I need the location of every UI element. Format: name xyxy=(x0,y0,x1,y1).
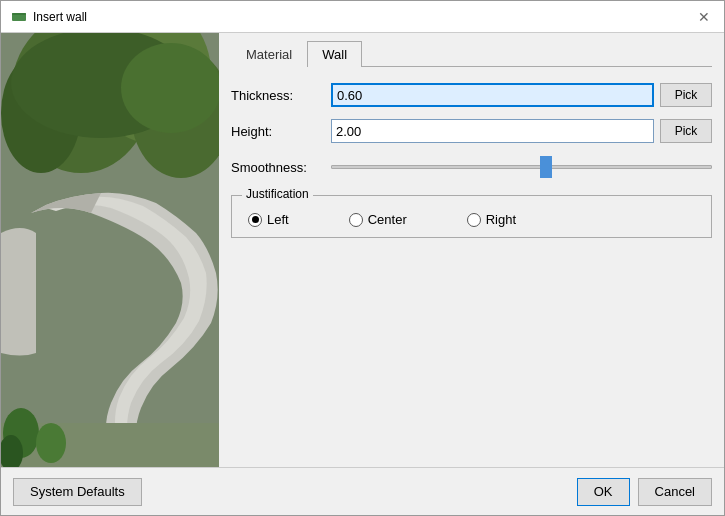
smoothness-row: Smoothness: xyxy=(231,155,712,179)
thickness-input[interactable] xyxy=(331,83,654,107)
tabs: Material Wall xyxy=(231,41,712,67)
svg-point-11 xyxy=(36,423,66,463)
radio-right[interactable]: Right xyxy=(467,212,516,227)
radio-right-circle xyxy=(467,213,481,227)
dialog-icon xyxy=(11,9,27,25)
thickness-label: Thickness: xyxy=(231,88,331,103)
right-panel: Material Wall Thickness: Pick Height: Pi… xyxy=(219,33,724,467)
height-label: Height: xyxy=(231,124,331,139)
wall-image-panel xyxy=(1,33,219,467)
close-button[interactable]: ✕ xyxy=(692,5,716,29)
smoothness-label: Smoothness: xyxy=(231,160,331,175)
height-input[interactable] xyxy=(331,119,654,143)
thickness-row: Thickness: Pick xyxy=(231,83,712,107)
height-row: Height: Pick xyxy=(231,119,712,143)
thickness-pick-button[interactable]: Pick xyxy=(660,83,712,107)
title-bar: Insert wall ✕ xyxy=(1,1,724,33)
ok-button[interactable]: OK xyxy=(577,478,630,506)
radio-left[interactable]: Left xyxy=(248,212,289,227)
form-section: Thickness: Pick Height: Pick Smoothness: xyxy=(231,83,712,459)
system-defaults-button[interactable]: System Defaults xyxy=(13,478,142,506)
radio-row: Left Center Right xyxy=(248,206,695,227)
svg-rect-1 xyxy=(12,13,26,15)
dialog-title: Insert wall xyxy=(33,10,87,24)
smoothness-slider-container xyxy=(331,155,712,179)
insert-wall-dialog: Insert wall ✕ xyxy=(0,0,725,516)
footer-left: System Defaults xyxy=(13,478,142,506)
radio-right-label: Right xyxy=(486,212,516,227)
smoothness-slider-thumb[interactable] xyxy=(540,156,552,178)
radio-left-label: Left xyxy=(267,212,289,227)
radio-center-label: Center xyxy=(368,212,407,227)
wall-photo xyxy=(1,33,219,467)
radio-center-circle xyxy=(349,213,363,227)
radio-center[interactable]: Center xyxy=(349,212,407,227)
tab-wall[interactable]: Wall xyxy=(307,41,362,67)
tab-material[interactable]: Material xyxy=(231,41,307,67)
radio-left-circle xyxy=(248,213,262,227)
justification-legend: Justification xyxy=(242,187,313,201)
dialog-footer: System Defaults OK Cancel xyxy=(1,467,724,515)
justification-group: Justification Left Center xyxy=(231,195,712,238)
cancel-button[interactable]: Cancel xyxy=(638,478,712,506)
smoothness-slider-track xyxy=(331,165,712,169)
title-bar-left: Insert wall xyxy=(11,9,87,25)
svg-point-8 xyxy=(121,43,219,133)
footer-right: OK Cancel xyxy=(577,478,712,506)
dialog-body: Material Wall Thickness: Pick Height: Pi… xyxy=(1,33,724,467)
height-pick-button[interactable]: Pick xyxy=(660,119,712,143)
